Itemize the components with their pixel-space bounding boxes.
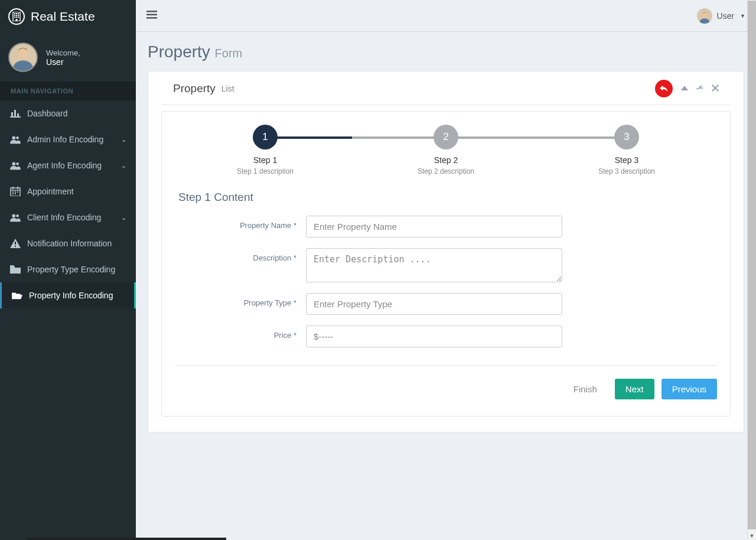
user-name: User xyxy=(46,57,80,67)
svg-rect-23 xyxy=(12,187,14,189)
svg-rect-25 xyxy=(12,191,14,193)
svg-rect-4 xyxy=(14,15,15,16)
sidebar-item-admin-info[interactable]: Admin Info Encoding ⌄ xyxy=(0,126,136,152)
sidebar-item-label: Dashboard xyxy=(27,109,68,118)
svg-point-19 xyxy=(12,162,15,165)
svg-rect-32 xyxy=(15,242,16,245)
sidebar-item-label: Property Info Encoding xyxy=(29,291,113,300)
panel: Property List xyxy=(148,71,744,432)
svg-point-18 xyxy=(16,136,19,139)
folder-icon xyxy=(9,265,21,274)
sidebar-item-label: Notification Information xyxy=(27,239,112,248)
svg-rect-28 xyxy=(12,193,14,194)
vertical-scrollbar[interactable]: ▼ xyxy=(747,0,756,540)
scroll-down-icon[interactable]: ▼ xyxy=(748,531,756,540)
chevron-down-icon: ⌄ xyxy=(121,214,126,222)
sidebar-item-label: Admin Info Encoding xyxy=(27,135,103,144)
bottom-accent xyxy=(27,538,226,540)
svg-rect-3 xyxy=(18,13,19,14)
input-description[interactable] xyxy=(306,248,562,282)
undo-button[interactable] xyxy=(655,80,673,97)
svg-point-31 xyxy=(16,214,19,217)
sidebar-item-label: Property Type Encoding xyxy=(27,265,115,274)
brand-text: Real Estate xyxy=(31,9,95,24)
users-icon xyxy=(9,135,21,144)
sidebar-item-appointment[interactable]: Appointment xyxy=(0,178,136,204)
label-price: Price * xyxy=(175,326,306,340)
brand-building-icon xyxy=(8,8,25,25)
svg-rect-7 xyxy=(14,17,15,18)
step-circle: 1 xyxy=(253,125,278,149)
step-desc: Step 2 description xyxy=(356,167,536,175)
chart-icon xyxy=(9,109,21,118)
svg-rect-15 xyxy=(14,110,16,117)
chevron-down-icon: ⌄ xyxy=(121,136,126,144)
sidebar-item-label: Client Info Encoding xyxy=(27,213,101,222)
wrench-icon[interactable] xyxy=(696,84,703,93)
input-price[interactable] xyxy=(306,326,562,347)
nav-header: MAIN NAVIGATION xyxy=(0,82,136,100)
input-property-type[interactable] xyxy=(306,293,562,315)
user-avatar[interactable] xyxy=(8,43,38,72)
label-property-type: Property Type * xyxy=(175,293,306,307)
label-property-name: Property Name * xyxy=(175,216,306,230)
sidebar-item-dashboard[interactable]: Dashboard xyxy=(0,100,136,126)
warning-icon xyxy=(9,239,21,248)
svg-rect-34 xyxy=(146,11,157,12)
topbar-avatar-icon xyxy=(697,8,712,24)
sidebar-item-agent-info[interactable]: Agent Info Encoding ⌄ xyxy=(0,152,136,178)
sidebar-item-notification[interactable]: Notification Information xyxy=(0,230,136,256)
folder-open-icon xyxy=(11,291,23,300)
users-icon xyxy=(9,213,21,222)
sidebar-item-property-type[interactable]: Property Type Encoding xyxy=(0,256,136,282)
step-label: Step 1 xyxy=(175,155,356,165)
hamburger-icon[interactable] xyxy=(146,10,157,21)
wizard-heading: Step 1 Content xyxy=(175,191,717,204)
chevron-down-icon: ⌄ xyxy=(121,162,126,170)
sidebar-item-client-info[interactable]: Client Info Encoding ⌄ xyxy=(0,204,136,230)
svg-rect-10 xyxy=(16,19,18,21)
wizard: 1 Step 1 Step 1 description 2 Step 2 Ste… xyxy=(161,111,731,417)
svg-rect-8 xyxy=(16,17,17,18)
svg-rect-36 xyxy=(146,17,157,19)
sidebar-item-property-info[interactable]: Property Info Encoding xyxy=(0,282,136,308)
wizard-step-2[interactable]: 2 Step 2 Step 2 description xyxy=(356,125,536,175)
svg-rect-26 xyxy=(15,191,16,193)
wizard-step-3[interactable]: 3 Step 3 Step 3 description xyxy=(536,125,717,175)
user-menu[interactable]: User ▼ xyxy=(697,8,745,24)
brand[interactable]: Real Estate xyxy=(0,0,136,33)
caret-down-icon: ▼ xyxy=(740,13,745,19)
svg-rect-6 xyxy=(18,15,19,16)
step-label: Step 2 xyxy=(356,155,536,165)
svg-rect-33 xyxy=(15,246,16,247)
svg-rect-2 xyxy=(16,13,17,14)
collapse-icon[interactable] xyxy=(681,84,688,93)
page-title: Property Form xyxy=(148,43,744,61)
wizard-step-1[interactable]: 1 Step 1 Step 1 description xyxy=(175,125,356,175)
svg-rect-16 xyxy=(17,113,19,117)
step-desc: Step 1 description xyxy=(175,167,356,175)
svg-point-30 xyxy=(12,214,15,217)
close-icon[interactable] xyxy=(712,84,719,93)
finish-button[interactable]: Finish xyxy=(563,379,608,399)
sidebar: Real Estate Welcome, User MAIN NAVIGATIO… xyxy=(0,0,136,540)
step-label: Step 3 xyxy=(536,155,717,165)
calendar-icon xyxy=(9,187,21,196)
label-description: Description * xyxy=(175,248,306,262)
svg-point-37 xyxy=(702,12,707,18)
panel-subtitle: List xyxy=(221,84,234,93)
step-circle: 3 xyxy=(614,125,639,149)
svg-point-12 xyxy=(19,49,27,57)
svg-rect-14 xyxy=(11,112,13,117)
svg-rect-1 xyxy=(14,13,15,14)
svg-rect-35 xyxy=(146,14,157,16)
next-button[interactable]: Next xyxy=(615,379,654,399)
wizard-steps: 1 Step 1 Step 1 description 2 Step 2 Ste… xyxy=(175,125,717,175)
nav-list: Dashboard Admin Info Encoding ⌄ Agent In… xyxy=(0,100,136,308)
input-property-name[interactable] xyxy=(306,216,562,238)
previous-button[interactable]: Previous xyxy=(662,379,717,399)
topbar: User ▼ xyxy=(136,0,756,32)
step-circle: 2 xyxy=(434,125,458,149)
users-icon xyxy=(9,161,21,170)
sidebar-item-label: Appointment xyxy=(27,187,74,196)
